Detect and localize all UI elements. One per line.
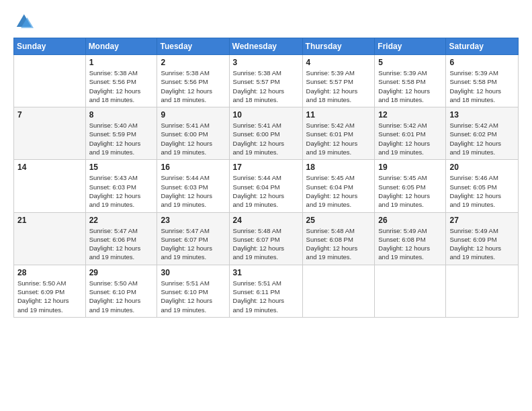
calendar-week-5: 28Sunrise: 5:50 AMSunset: 6:09 PMDayligh… [14,265,519,317]
calendar-cell: 19Sunrise: 5:45 AMSunset: 6:05 PMDayligh… [375,160,446,212]
day-info: Sunrise: 5:48 AMSunset: 6:07 PMDaylight:… [233,226,299,262]
day-info: Sunrise: 5:39 AMSunset: 5:58 PMDaylight:… [449,68,515,104]
day-number: 26 [378,216,442,225]
day-info: Sunrise: 5:41 AMSunset: 6:00 PMDaylight:… [233,121,299,156]
day-info: Sunrise: 5:41 AMSunset: 6:00 PMDaylight:… [161,121,225,156]
calendar-cell: 31Sunrise: 5:51 AMSunset: 6:11 PMDayligh… [229,265,302,317]
day-info: Sunrise: 5:45 AMSunset: 6:05 PMDaylight:… [378,173,442,209]
calendar-cell: 9Sunrise: 5:41 AMSunset: 6:00 PMDaylight… [157,107,229,160]
calendar-cell: 2Sunrise: 5:38 AMSunset: 5:56 PMDaylight… [157,55,229,107]
day-number: 28 [17,268,82,277]
day-number: 3 [233,58,299,67]
day-number: 13 [449,110,515,120]
day-number: 19 [378,163,442,172]
day-info: Sunrise: 5:38 AMSunset: 5:56 PMDaylight:… [161,68,225,104]
day-number: 6 [449,58,515,67]
calendar-week-3: 1415Sunrise: 5:43 AMSunset: 6:03 PMDayli… [14,160,519,212]
day-number: 8 [89,110,154,120]
day-info: Sunrise: 5:47 AMSunset: 6:06 PMDaylight:… [89,226,154,262]
calendar-header-row: SundayMondayTuesdayWednesdayThursdayFrid… [14,38,519,55]
day-number: 27 [449,216,515,225]
calendar-cell [14,55,86,107]
day-info: Sunrise: 5:42 AMSunset: 6:01 PMDaylight:… [306,121,371,156]
calendar-cell: 12Sunrise: 5:42 AMSunset: 6:01 PMDayligh… [375,107,446,160]
calendar-cell: 8Sunrise: 5:40 AMSunset: 5:59 PMDaylight… [85,107,157,160]
day-info: Sunrise: 5:46 AMSunset: 6:05 PMDaylight:… [449,173,515,209]
calendar-cell: 20Sunrise: 5:46 AMSunset: 6:05 PMDayligh… [446,160,519,212]
day-info: Sunrise: 5:39 AMSunset: 5:57 PMDaylight:… [306,68,371,104]
calendar-cell: 26Sunrise: 5:49 AMSunset: 6:08 PMDayligh… [375,212,446,265]
day-info: Sunrise: 5:42 AMSunset: 6:02 PMDaylight:… [449,121,515,156]
calendar-cell: 10Sunrise: 5:41 AMSunset: 6:00 PMDayligh… [229,107,302,160]
calendar-cell: 3Sunrise: 5:38 AMSunset: 5:57 PMDaylight… [229,55,302,107]
day-number: 4 [306,58,371,67]
day-number: 18 [306,163,371,172]
calendar-week-4: 2122Sunrise: 5:47 AMSunset: 6:06 PMDayli… [14,212,519,265]
calendar-cell: 6Sunrise: 5:39 AMSunset: 5:58 PMDaylight… [446,55,519,107]
day-number: 9 [161,110,225,120]
calendar-cell: 14 [14,160,86,212]
calendar-cell: 27Sunrise: 5:49 AMSunset: 6:09 PMDayligh… [446,212,519,265]
calendar-cell [375,265,446,317]
calendar-week-2: 78Sunrise: 5:40 AMSunset: 5:59 PMDayligh… [14,107,519,160]
day-info: Sunrise: 5:47 AMSunset: 6:07 PMDaylight:… [161,226,225,262]
calendar-cell: 17Sunrise: 5:44 AMSunset: 6:04 PMDayligh… [229,160,302,212]
day-number: 10 [233,110,299,120]
calendar-cell: 29Sunrise: 5:50 AMSunset: 6:10 PMDayligh… [85,265,157,317]
day-info: Sunrise: 5:44 AMSunset: 6:03 PMDaylight:… [161,173,225,209]
day-info: Sunrise: 5:38 AMSunset: 5:56 PMDaylight:… [89,68,154,104]
calendar-cell: 24Sunrise: 5:48 AMSunset: 6:07 PMDayligh… [229,212,302,265]
day-info: Sunrise: 5:49 AMSunset: 6:09 PMDaylight:… [449,226,515,262]
calendar-cell: 16Sunrise: 5:44 AMSunset: 6:03 PMDayligh… [157,160,229,212]
day-info: Sunrise: 5:51 AMSunset: 6:11 PMDaylight:… [233,279,299,314]
calendar-cell: 22Sunrise: 5:47 AMSunset: 6:06 PMDayligh… [85,212,157,265]
day-number: 24 [233,216,299,225]
column-header-monday: Monday [85,38,157,55]
day-number: 11 [306,110,371,120]
calendar-cell: 7 [14,107,86,160]
logo-icon [13,12,34,32]
calendar-cell: 18Sunrise: 5:45 AMSunset: 6:04 PMDayligh… [302,160,375,212]
day-number: 14 [17,163,82,172]
day-info: Sunrise: 5:49 AMSunset: 6:08 PMDaylight:… [378,226,442,262]
day-number: 17 [233,163,299,172]
column-header-thursday: Thursday [302,38,375,55]
day-info: Sunrise: 5:48 AMSunset: 6:08 PMDaylight:… [306,226,371,262]
calendar-cell: 5Sunrise: 5:39 AMSunset: 5:58 PMDaylight… [375,55,446,107]
calendar-cell: 21 [14,212,86,265]
day-number: 31 [233,268,299,277]
day-number: 29 [89,268,154,277]
day-number: 1 [89,58,154,67]
calendar-cell: 30Sunrise: 5:51 AMSunset: 6:10 PMDayligh… [157,265,229,317]
day-info: Sunrise: 5:51 AMSunset: 6:10 PMDaylight:… [161,279,225,314]
column-header-sunday: Sunday [14,38,86,55]
calendar-cell: 11Sunrise: 5:42 AMSunset: 6:01 PMDayligh… [302,107,375,160]
day-number: 2 [161,58,225,67]
column-header-friday: Friday [375,38,446,55]
day-number: 7 [17,110,82,120]
day-info: Sunrise: 5:42 AMSunset: 6:01 PMDaylight:… [378,121,442,156]
calendar-cell [446,265,519,317]
calendar-cell: 25Sunrise: 5:48 AMSunset: 6:08 PMDayligh… [302,212,375,265]
header [13,12,519,32]
day-number: 22 [89,216,154,225]
calendar-cell: 4Sunrise: 5:39 AMSunset: 5:57 PMDaylight… [302,55,375,107]
column-header-tuesday: Tuesday [157,38,229,55]
calendar-cell: 15Sunrise: 5:43 AMSunset: 6:03 PMDayligh… [85,160,157,212]
day-info: Sunrise: 5:38 AMSunset: 5:57 PMDaylight:… [233,68,299,104]
day-number: 21 [17,216,82,225]
day-info: Sunrise: 5:44 AMSunset: 6:04 PMDaylight:… [233,173,299,209]
calendar: SundayMondayTuesdayWednesdayThursdayFrid… [13,38,519,318]
page: SundayMondayTuesdayWednesdayThursdayFrid… [0,0,532,411]
column-header-wednesday: Wednesday [229,38,302,55]
day-number: 15 [89,163,154,172]
logo [13,12,36,32]
day-info: Sunrise: 5:43 AMSunset: 6:03 PMDaylight:… [89,173,154,209]
calendar-cell: 28Sunrise: 5:50 AMSunset: 6:09 PMDayligh… [14,265,86,317]
day-number: 5 [378,58,442,67]
calendar-cell: 23Sunrise: 5:47 AMSunset: 6:07 PMDayligh… [157,212,229,265]
calendar-week-1: 1Sunrise: 5:38 AMSunset: 5:56 PMDaylight… [14,55,519,107]
day-info: Sunrise: 5:39 AMSunset: 5:58 PMDaylight:… [378,68,442,104]
day-number: 16 [161,163,225,172]
day-info: Sunrise: 5:45 AMSunset: 6:04 PMDaylight:… [306,173,371,209]
